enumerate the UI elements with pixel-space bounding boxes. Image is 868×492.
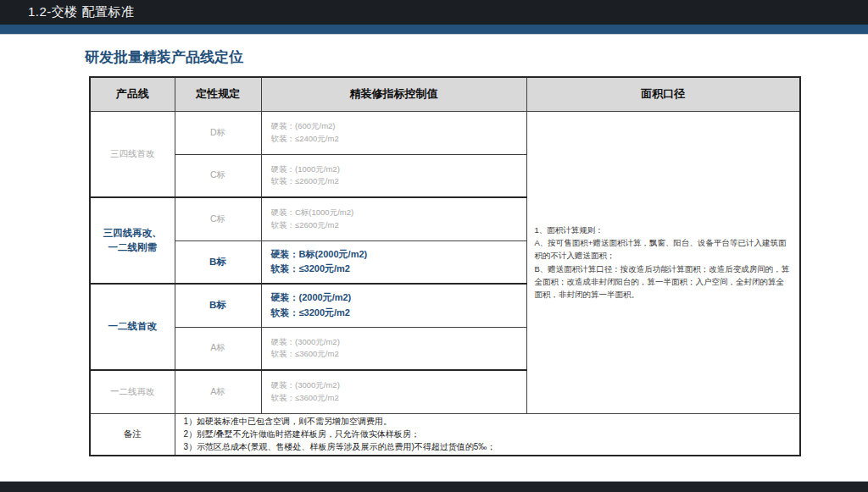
soft-value: 软装：≤3600元/m2 bbox=[271, 392, 526, 405]
value-cell: 硬装：(1000元/m2) 软装：≤2600元/m2 bbox=[261, 154, 526, 197]
header-area-caliber: 面积口径 bbox=[526, 77, 800, 111]
value-cell: 硬装：(600元/m2) 软装：≤2400元/m2 bbox=[261, 111, 526, 154]
grade-cell-c: C标 bbox=[175, 197, 261, 240]
remark-line: 3）示范区总成本(景观、售楼处、样板房等涉及展示的总费用)不得超过货值的5‰； bbox=[184, 440, 800, 453]
soft-value: 软装：≤3600元/m2 bbox=[271, 348, 526, 361]
remark-label-cell: 备注 bbox=[90, 413, 175, 456]
hard-value: 硬装：C标(1000元/m2) bbox=[271, 207, 526, 219]
grade-cell-c: C标 bbox=[175, 154, 261, 197]
header-qualitative-rule: 定性规定 bbox=[175, 77, 261, 111]
product-cell-tier34-resale-tier12-need: 三四线再改、 一二线刚需 bbox=[90, 197, 175, 284]
product-cell-tier12-first: 一二线首改 bbox=[90, 284, 175, 370]
hard-value: 硬装：(1000元/m2) bbox=[271, 163, 526, 176]
remark-line: 1）如硬装标准中已包含空调，则不需另增加空调费用。 bbox=[184, 415, 800, 428]
hard-value: 硬装：(3000元/m2) bbox=[271, 379, 526, 392]
remark-body-cell: 1）如硬装标准中已包含空调，则不需另增加空调费用。 2）别墅/叠墅不允许做临时搭… bbox=[175, 413, 800, 456]
value-cell: 硬装：(3000元/m2) 软装：≤3600元/m2 bbox=[261, 327, 526, 370]
soft-value: 软装：≤2400元/m2 bbox=[271, 133, 526, 146]
grade-cell-a: A标 bbox=[175, 327, 261, 370]
soft-value: 软装：≤3200元/m2 bbox=[271, 262, 526, 277]
accent-stripe bbox=[0, 25, 868, 35]
soft-value: 软装：≤2600元/m2 bbox=[271, 219, 526, 232]
hard-value: 硬装：B标(2000元/m2) bbox=[271, 247, 526, 263]
header-control-value: 精装修指标控制值 bbox=[261, 77, 526, 111]
grade-cell-b: B标 bbox=[175, 284, 261, 327]
table-header-row: 产品线 定性规定 精装修指标控制值 面积口径 bbox=[90, 77, 800, 111]
hard-value: 硬装：(600元/m2) bbox=[271, 120, 526, 133]
slide: 1.2-交楼 配置标准 研发批量精装产品线定位 产品线 定性规定 精装修指标控制… bbox=[0, 0, 868, 492]
value-cell: 硬装：(3000元/m2) 软装：≤3600元/m2 bbox=[261, 370, 526, 413]
table-row: 三四线首改 D标 硬装：(600元/m2) 软装：≤2400元/m2 1、面积计… bbox=[90, 111, 800, 154]
value-cell: 硬装：C标(1000元/m2) 软装：≤2600元/m2 bbox=[261, 197, 526, 240]
value-cell-emphasis: 硬装：(2000元/m2) 软装：≤3200元/m2 bbox=[261, 284, 526, 327]
product-cell-tier12-resale: 一二线再改 bbox=[90, 370, 175, 413]
value-cell-emphasis: 硬装：B标(2000元/m2) 软装：≤3200元/m2 bbox=[261, 240, 526, 284]
bottom-bar bbox=[0, 481, 868, 492]
top-bar-title: 1.2-交楼 配置标准 bbox=[28, 4, 135, 20]
soft-value: 软装：≤2600元/m2 bbox=[271, 175, 526, 188]
hard-value: 硬装：(2000元/m2) bbox=[271, 290, 526, 306]
page-title: 研发批量精装产品线定位 bbox=[85, 47, 243, 67]
grade-cell-b: B标 bbox=[175, 240, 261, 284]
remark-row: 备注 1）如硬装标准中已包含空调，则不需另增加空调费用。 2）别墅/叠墅不允许做… bbox=[90, 413, 800, 456]
area-caliber-cell: 1、面积计算规则： A、按可售面积+赠送面积计算，飘窗、阳台、设备平台等已计入建… bbox=[526, 111, 800, 413]
hard-value: 硬装：(3000元/m2) bbox=[271, 336, 526, 349]
header-product-line: 产品线 bbox=[90, 77, 175, 111]
top-title-bar: 1.2-交楼 配置标准 bbox=[0, 0, 868, 25]
grade-cell-a: A标 bbox=[175, 370, 261, 413]
product-cell-tier34-first: 三四线首改 bbox=[90, 111, 175, 197]
product-line-table: 产品线 定性规定 精装修指标控制值 面积口径 三四线首改 D标 硬装：(600元… bbox=[89, 76, 801, 456]
remark-line: 2）别墅/叠墅不允许做临时搭建样板房，只允许做实体样板房； bbox=[184, 428, 800, 440]
grade-cell-d: D标 bbox=[175, 111, 261, 154]
soft-value: 软装：≤3200元/m2 bbox=[271, 306, 526, 321]
